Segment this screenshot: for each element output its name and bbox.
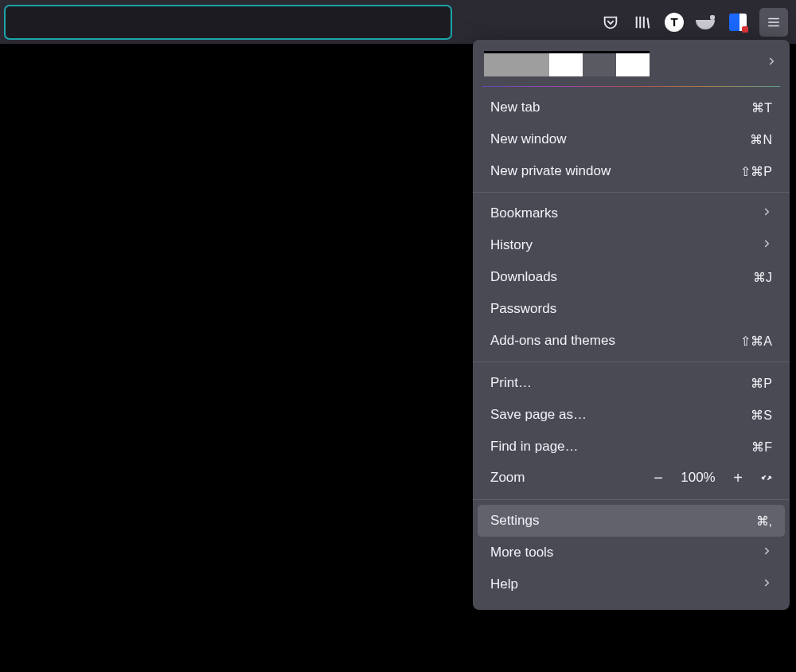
menu-item-shortcut: ⌘N bbox=[750, 132, 772, 147]
menu-item-label: Print… bbox=[490, 375, 751, 391]
menu-item-label: Save page as… bbox=[490, 407, 751, 423]
chevron-right-icon bbox=[761, 205, 772, 221]
menu-item-shortcut: ⌘P bbox=[751, 376, 772, 391]
menu-item-shortcut: ⌘T bbox=[751, 100, 772, 115]
menu-item-label: Find in page… bbox=[490, 439, 751, 455]
browser-toolbar: T bbox=[0, 0, 796, 44]
chevron-right-icon bbox=[766, 56, 777, 70]
library-icon[interactable] bbox=[632, 12, 653, 33]
menu-item-shortcut: ⌘J bbox=[753, 270, 772, 285]
menu-item-label: Downloads bbox=[490, 269, 753, 285]
url-bar[interactable] bbox=[4, 5, 452, 40]
menu-item-label: New tab bbox=[490, 100, 751, 115]
menu-item-find-in-page[interactable]: Find in page…⌘F bbox=[478, 431, 785, 463]
extension-t-icon[interactable]: T bbox=[664, 12, 685, 33]
toolbar-icons: T bbox=[600, 8, 790, 37]
menu-item-downloads[interactable]: Downloads⌘J bbox=[478, 261, 785, 293]
gradient-separator bbox=[482, 86, 780, 87]
extension-blocker-icon[interactable] bbox=[728, 12, 748, 33]
zoom-value: 100% bbox=[678, 470, 718, 486]
zoom-row: Zoom−100%+ bbox=[478, 463, 785, 494]
menu-item-print[interactable]: Print…⌘P bbox=[478, 367, 785, 399]
menu-item-help[interactable]: Help bbox=[478, 568, 785, 600]
menu-item-shortcut: ⇧⌘P bbox=[740, 164, 772, 179]
menu-item-label: New private window bbox=[490, 163, 740, 179]
menu-item-save-page-as[interactable]: Save page as…⌘S bbox=[478, 399, 785, 431]
menu-item-shortcut: ⌘F bbox=[751, 440, 772, 455]
menu-item-new-private-window[interactable]: New private window⇧⌘P bbox=[478, 155, 785, 187]
menu-item-label: History bbox=[490, 237, 761, 253]
menu-item-label: New window bbox=[490, 131, 750, 147]
zoom-in-button[interactable]: + bbox=[729, 469, 747, 486]
zoom-out-button[interactable]: − bbox=[650, 469, 667, 486]
chevron-right-icon bbox=[761, 576, 772, 592]
menu-item-add-ons-and-themes[interactable]: Add-ons and themes⇧⌘A bbox=[478, 325, 785, 357]
menu-item-settings[interactable]: Settings⌘, bbox=[478, 505, 785, 537]
app-menu-panel: New tab⌘TNew window⌘NNew private window⇧… bbox=[473, 40, 790, 610]
menu-item-shortcut: ⇧⌘A bbox=[740, 334, 772, 349]
menu-item-shortcut: ⌘S bbox=[751, 408, 772, 423]
chevron-right-icon bbox=[761, 237, 772, 253]
menu-item-new-window[interactable]: New window⌘N bbox=[478, 123, 785, 155]
menu-item-label: Passwords bbox=[490, 301, 772, 317]
menu-item-more-tools[interactable]: More tools bbox=[478, 537, 785, 568]
zoom-label: Zoom bbox=[490, 470, 650, 486]
menu-item-label: Add-ons and themes bbox=[490, 333, 740, 349]
pocket-icon[interactable] bbox=[600, 12, 621, 33]
menu-item-new-tab[interactable]: New tab⌘T bbox=[478, 92, 785, 123]
menu-item-bookmarks[interactable]: Bookmarks bbox=[478, 197, 785, 229]
menu-item-label: Settings bbox=[490, 513, 756, 529]
chevron-right-icon bbox=[761, 545, 772, 561]
account-avatar-strip bbox=[484, 51, 650, 76]
account-row[interactable] bbox=[473, 40, 790, 86]
menu-item-shortcut: ⌘, bbox=[756, 514, 772, 529]
fullscreen-button[interactable] bbox=[758, 469, 775, 486]
app-menu-button[interactable] bbox=[759, 8, 788, 37]
menu-item-label: Help bbox=[490, 576, 761, 592]
extension-whale-icon[interactable] bbox=[696, 12, 716, 33]
menu-item-label: More tools bbox=[490, 545, 761, 561]
menu-item-passwords[interactable]: Passwords bbox=[478, 293, 785, 325]
menu-item-history[interactable]: History bbox=[478, 229, 785, 261]
menu-item-label: Bookmarks bbox=[490, 205, 761, 221]
